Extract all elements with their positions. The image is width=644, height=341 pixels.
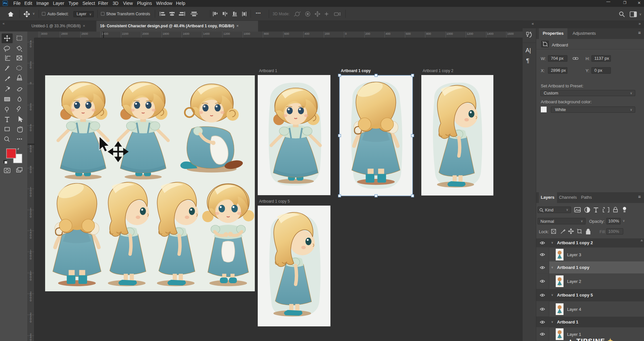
- svg-text:Artboard 1 copy 5: Artboard 1 copy 5: [259, 199, 290, 204]
- svg-text:Artboard 1 copy 2: Artboard 1 copy 2: [423, 69, 453, 73]
- svg-text:Artboard 1 copy: Artboard 1 copy: [341, 69, 371, 73]
- svg-text:Artboard 1: Artboard 1: [259, 69, 277, 73]
